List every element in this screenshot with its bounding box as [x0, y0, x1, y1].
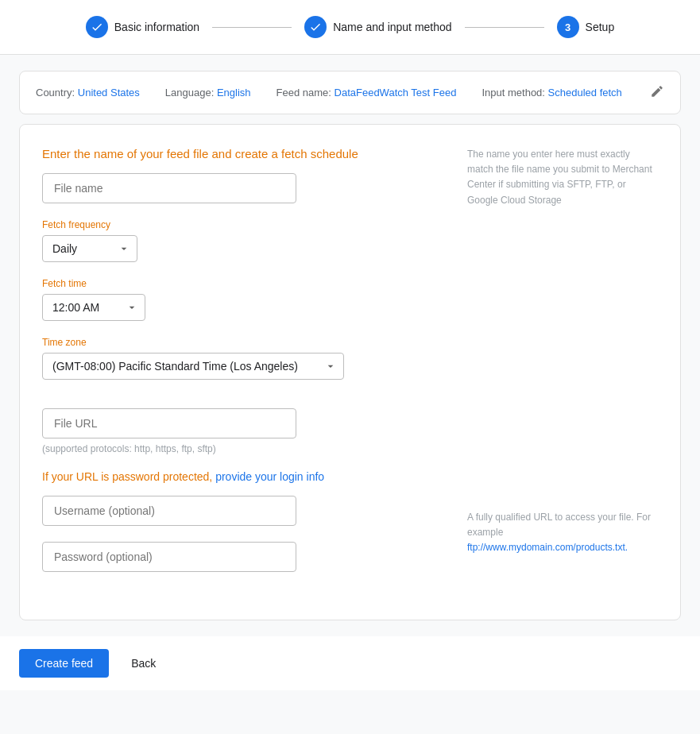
step-label-name-input: Name and input method — [333, 21, 451, 33]
info-feedname: Feed name: DataFeedWatch Test Feed — [277, 87, 457, 99]
step-label-basic-info: Basic information — [114, 21, 199, 33]
step-circle-name-input — [304, 16, 327, 38]
file-name-input[interactable] — [42, 173, 296, 203]
main-card: Enter the name of your feed file and cre… — [19, 124, 681, 620]
file-url-group: (supported protocols: http, https, ftp, … — [42, 408, 435, 454]
fetch-frequency-select[interactable]: Daily Weekly Monthly — [42, 235, 137, 262]
step-connector-2 — [465, 27, 544, 28]
fetch-frequency-group: Fetch frequency Daily Weekly Monthly — [42, 219, 435, 262]
timezone-select[interactable]: (GMT-08:00) Pacific Standard Time (Los A… — [42, 353, 344, 380]
stepper: Basic information Name and input method … — [0, 0, 700, 55]
step-name-input: Name and input method — [304, 16, 451, 38]
info-language: Language: English — [165, 87, 251, 99]
info-bar: Country: United States Language: English… — [19, 71, 681, 114]
file-name-group — [42, 173, 435, 203]
username-input[interactable] — [42, 496, 296, 526]
hints-right: The name you enter here must exactly mat… — [467, 147, 658, 588]
file-name-hint: The name you enter here must exactly mat… — [467, 147, 658, 208]
form-left: Enter the name of your feed file and cre… — [42, 147, 435, 588]
fetch-time-group: Fetch time 12:00 AM 1:00 AM 2:00 AM 6:00… — [42, 278, 435, 321]
bottom-bar: Create feed Back — [0, 636, 700, 690]
info-country: Country: United States — [36, 87, 140, 99]
url-hint-example: ftp://www.mydomain.com/products.txt. — [467, 542, 628, 553]
password-input[interactable] — [42, 542, 296, 572]
back-button[interactable]: Back — [122, 649, 165, 678]
password-group — [42, 542, 435, 572]
timezone-label: Time zone — [42, 337, 435, 348]
fetch-time-label: Fetch time — [42, 278, 435, 289]
provide-login-link[interactable]: provide your login info — [215, 470, 324, 483]
file-url-input[interactable] — [42, 408, 296, 438]
url-hint-text: A fully qualified URL to access your fil… — [467, 512, 651, 538]
edit-icon[interactable] — [650, 84, 664, 101]
timezone-group: Time zone (GMT-08:00) Pacific Standard T… — [42, 337, 435, 380]
step-label-setup: Setup — [586, 21, 615, 33]
info-input-method: Input method: Scheduled fetch — [481, 87, 621, 99]
step-circle-basic-info — [86, 16, 108, 38]
create-feed-button[interactable]: Create feed — [19, 649, 109, 678]
url-hint: A fully qualified URL to access your fil… — [467, 510, 658, 556]
password-protected-notice: If your URL is password protected, provi… — [42, 470, 435, 483]
step-connector-1 — [212, 27, 292, 28]
username-group — [42, 496, 435, 526]
step-circle-setup: 3 — [557, 16, 579, 38]
fetch-frequency-label: Fetch frequency — [42, 219, 435, 230]
supported-protocols: (supported protocols: http, https, ftp, … — [42, 443, 435, 454]
fetch-time-select[interactable]: 12:00 AM 1:00 AM 2:00 AM 6:00 AM 12:00 P… — [42, 294, 145, 321]
step-setup: 3 Setup — [557, 16, 615, 38]
step-basic-info: Basic information — [86, 16, 199, 38]
section-title: Enter the name of your feed file and cre… — [42, 147, 435, 160]
